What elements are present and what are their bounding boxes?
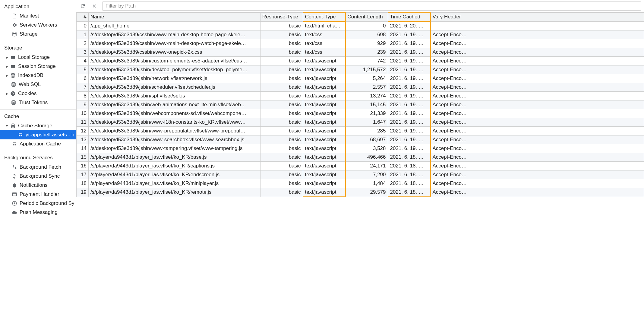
sidebar-item-periodic-background-sync[interactable]: Periodic Background Sy bbox=[0, 199, 76, 208]
table-row[interactable]: 16/s/player/da9443d1/player_ias.vflset/k… bbox=[77, 162, 644, 170]
table-icon bbox=[17, 132, 24, 138]
cell-content-length: 1,484 bbox=[346, 179, 388, 188]
column-header-content-type[interactable]: Content-Type bbox=[303, 12, 346, 21]
column-header-time-cached[interactable]: Time Cached bbox=[388, 12, 431, 21]
cell-vary-header: Accept-Enco… bbox=[431, 100, 644, 109]
cell-name: /s/desktop/d53e3d89/jsbin/desktop_polyme… bbox=[89, 65, 260, 74]
cell-content-type: text/javascript bbox=[303, 92, 346, 100]
cell-content-length: 21,339 bbox=[346, 109, 388, 118]
cell-index: 6 bbox=[77, 74, 89, 83]
table-row[interactable]: 7/s/desktop/d53e3d89/jsbin/scheduler.vfl… bbox=[77, 83, 644, 92]
table-icon bbox=[11, 141, 17, 147]
cell-vary-header: Accept-Enco… bbox=[431, 188, 644, 197]
column-header-vary[interactable]: Vary Header bbox=[431, 12, 644, 21]
sidebar-item-cache-storage[interactable]: ▼ Cache Storage bbox=[0, 121, 76, 130]
cell-index: 7 bbox=[77, 83, 89, 92]
cell-name: /s/desktop/d53e3d89/jsbin/scheduler.vfls… bbox=[89, 83, 260, 92]
table-row[interactable]: 11/s/desktop/d53e3d89/jsbin/www-i18n-con… bbox=[77, 118, 644, 127]
cell-time-cached: 2021. 6. 19. … bbox=[388, 83, 431, 92]
sidebar-item-trust-tokens[interactable]: Trust Tokens bbox=[0, 98, 76, 107]
cell-content-type: text/javascript bbox=[303, 57, 346, 65]
table-row[interactable]: 3/s/desktop/d53e3d89/cssbin/www-onepick-… bbox=[77, 48, 644, 57]
cell-index: 1 bbox=[77, 30, 89, 39]
cell-response-type: basic bbox=[260, 100, 303, 109]
table-row[interactable]: 1/s/desktop/d53e3d89/cssbin/www-main-des… bbox=[77, 30, 644, 39]
database-icon bbox=[11, 31, 17, 37]
column-header-name[interactable]: Name bbox=[89, 12, 260, 21]
table-icon bbox=[10, 63, 16, 69]
cell-name: /s/player/da9443d1/player_ias.vflset/ko_… bbox=[89, 170, 260, 179]
table-row[interactable]: 15/s/player/da9443d1/player_ias.vflset/k… bbox=[77, 153, 644, 162]
cell-time-cached: 2021. 6. 19. … bbox=[388, 135, 431, 144]
sidebar-item-background-fetch[interactable]: Background Fetch bbox=[0, 163, 76, 172]
table-row[interactable]: 5/s/desktop/d53e3d89/jsbin/desktop_polym… bbox=[77, 65, 644, 74]
table-row[interactable]: 8/s/desktop/d53e3d89/jsbin/spf.vflset/sp… bbox=[77, 92, 644, 100]
cell-content-length: 239 bbox=[346, 48, 388, 57]
table-row[interactable]: 19/s/player/da9443d1/player_ias.vflset/k… bbox=[77, 188, 644, 197]
sidebar-item-push-messaging[interactable]: Push Messaging bbox=[0, 208, 76, 217]
sidebar-item-notifications[interactable]: Notifications bbox=[0, 181, 76, 190]
column-header-content-length[interactable]: Content-Length bbox=[346, 12, 388, 21]
table-row[interactable]: 0/app_shell_homebasictext/html; cha…0202… bbox=[77, 21, 644, 30]
sidebar-item-application-cache[interactable]: Application Cache bbox=[0, 139, 76, 148]
collapse-arrow-icon[interactable]: ▼ bbox=[5, 124, 8, 127]
cell-response-type: basic bbox=[260, 153, 303, 162]
sidebar-item-service-workers[interactable]: Service Workers bbox=[0, 21, 76, 30]
cell-name: /s/player/da9443d1/player_ias.vflset/ko_… bbox=[89, 162, 260, 170]
table-row[interactable]: 6/s/desktop/d53e3d89/jsbin/network.vflse… bbox=[77, 74, 644, 83]
expand-arrow-icon[interactable]: ▶ bbox=[5, 56, 8, 59]
cell-content-type: text/javascript bbox=[303, 179, 346, 188]
sidebar-item-background-sync[interactable]: Background Sync bbox=[0, 172, 76, 181]
cell-name: /s/desktop/d53e3d89/jsbin/www-i18n-const… bbox=[89, 118, 260, 127]
sidebar-item-storage[interactable]: Storage bbox=[0, 30, 76, 39]
label: Service Workers bbox=[20, 22, 57, 28]
label: Background Fetch bbox=[20, 164, 61, 170]
sidebar: Application Manifest Service Workers Sto… bbox=[0, 0, 76, 315]
cache-table: # Name Response-Type Content-Type Conten… bbox=[76, 12, 644, 315]
section-background-services: Background Services Background Fetch Bac… bbox=[0, 151, 76, 219]
cell-content-length: 15,145 bbox=[346, 100, 388, 109]
sidebar-item-cookies[interactable]: ▶ Cookies bbox=[0, 89, 76, 98]
cell-vary-header: Accept-Enco… bbox=[431, 65, 644, 74]
cell-content-type: text/javascript bbox=[303, 109, 346, 118]
bell-icon bbox=[11, 182, 17, 188]
main-panel: # Name Response-Type Content-Type Conten… bbox=[76, 0, 644, 315]
file-icon bbox=[11, 13, 17, 19]
label: Session Storage bbox=[18, 63, 56, 69]
table-row[interactable]: 4/s/desktop/d53e3d89/jsbin/custom-elemen… bbox=[77, 57, 644, 65]
table-row[interactable]: 12/s/desktop/d53e3d89/jsbin/www-prepopul… bbox=[77, 127, 644, 135]
cell-content-type: text/javascript bbox=[303, 170, 346, 179]
column-header-index[interactable]: # bbox=[77, 12, 89, 21]
label: yt-appshell-assets - h bbox=[26, 132, 74, 138]
sidebar-item-web-sql[interactable]: Web SQL bbox=[0, 80, 76, 89]
sidebar-item-indexeddb[interactable]: ▶ IndexedDB bbox=[0, 71, 76, 80]
table-row[interactable]: 18/s/player/da9443d1/player_ias.vflset/k… bbox=[77, 179, 644, 188]
table-row[interactable]: 14/s/desktop/d53e3d89/jsbin/www-tamperin… bbox=[77, 144, 644, 153]
expand-arrow-icon[interactable]: ▶ bbox=[5, 92, 8, 95]
cell-content-length: 2,557 bbox=[346, 83, 388, 92]
clear-button[interactable] bbox=[91, 2, 98, 10]
section-cache: Cache ▼ Cache Storage yt-appshell-assets… bbox=[0, 110, 76, 151]
expand-arrow-icon[interactable]: ▶ bbox=[5, 65, 8, 68]
sidebar-item-manifest[interactable]: Manifest bbox=[0, 11, 76, 21]
refresh-button[interactable] bbox=[79, 2, 87, 10]
table-row[interactable]: 17/s/player/da9443d1/player_ias.vflset/k… bbox=[77, 170, 644, 179]
column-header-response-type[interactable]: Response-Type bbox=[260, 12, 303, 21]
cell-content-type: text/javascript bbox=[303, 100, 346, 109]
sidebar-item-local-storage[interactable]: ▶ Local Storage bbox=[0, 53, 76, 62]
cell-content-type: text/html; cha… bbox=[303, 21, 346, 30]
sidebar-item-payment-handler[interactable]: Payment Handler bbox=[0, 190, 76, 199]
filter-input[interactable] bbox=[102, 2, 641, 11]
expand-arrow-icon[interactable]: ▶ bbox=[5, 74, 8, 77]
cell-vary-header: Accept-Enco… bbox=[431, 39, 644, 48]
table-row[interactable]: 10/s/desktop/d53e3d89/jsbin/webcomponent… bbox=[77, 109, 644, 118]
cell-content-length: 496,466 bbox=[346, 153, 388, 162]
cell-time-cached: 2021. 6. 19. … bbox=[388, 144, 431, 153]
sidebar-item-cache-entry-selected[interactable]: yt-appshell-assets - h bbox=[0, 130, 76, 139]
table-row[interactable]: 9/s/desktop/d53e3d89/jsbin/web-animation… bbox=[77, 100, 644, 109]
table-row[interactable]: 13/s/desktop/d53e3d89/jsbin/www-searchbo… bbox=[77, 135, 644, 144]
label: Background Sync bbox=[20, 173, 60, 179]
cell-time-cached: 2021. 6. 18. … bbox=[388, 188, 431, 197]
table-row[interactable]: 2/s/desktop/d53e3d89/cssbin/www-main-des… bbox=[77, 39, 644, 48]
sidebar-item-session-storage[interactable]: ▶ Session Storage bbox=[0, 62, 76, 71]
